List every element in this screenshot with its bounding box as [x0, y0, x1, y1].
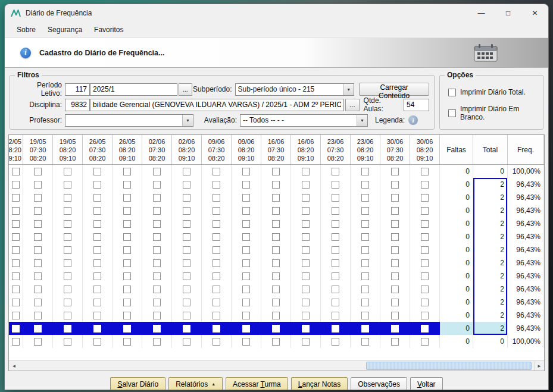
attendance-checkbox[interactable]	[213, 246, 220, 254]
attendance-checkbox[interactable]	[183, 286, 190, 293]
attendance-checkbox[interactable]	[213, 259, 220, 267]
scrollbar-thumb[interactable]	[366, 362, 532, 370]
table-row[interactable]: 00100,00%	[9, 165, 544, 178]
table-row[interactable]: 0296,43%	[9, 243, 544, 256]
attendance-checkbox[interactable]	[93, 272, 101, 280]
attendance-checkbox[interactable]	[332, 299, 339, 306]
table-row[interactable]: 0296,43%	[9, 178, 544, 191]
attendance-checkbox[interactable]	[421, 168, 429, 175]
attendance-checkbox[interactable]	[421, 325, 429, 333]
attendance-checkbox[interactable]	[391, 181, 399, 189]
attendance-checkbox[interactable]	[34, 272, 42, 280]
attendance-checkbox[interactable]	[361, 286, 369, 293]
legenda-info-icon[interactable]: i	[408, 115, 418, 125]
attendance-checkbox[interactable]	[123, 207, 131, 215]
attendance-checkbox[interactable]	[213, 233, 220, 241]
attendance-checkbox[interactable]	[93, 194, 101, 202]
date-column-header[interactable]: 09/0607:3008:20	[202, 135, 232, 164]
acessar-turma-button[interactable]: Acessar Turma	[226, 377, 288, 390]
attendance-checkbox[interactable]	[153, 194, 161, 202]
attendance-checkbox[interactable]	[34, 168, 42, 175]
horizontal-scrollbar[interactable]: ◄ ►	[9, 360, 544, 371]
attendance-checkbox[interactable]	[183, 233, 190, 241]
attendance-checkbox[interactable]	[12, 312, 20, 319]
attendance-checkbox[interactable]	[242, 338, 250, 346]
date-column-header[interactable]: 16/0608:2009:10	[291, 135, 321, 164]
attendance-checkbox[interactable]	[183, 207, 190, 215]
attendance-checkbox[interactable]	[332, 325, 339, 333]
attendance-checkbox[interactable]	[213, 168, 220, 175]
attendance-checkbox[interactable]	[153, 207, 161, 215]
imprimir-diario-em-branco-checkbox[interactable]	[448, 109, 456, 117]
attendance-checkbox[interactable]	[391, 233, 399, 241]
qtde-aulas-field[interactable]	[404, 99, 429, 111]
attendance-checkbox[interactable]	[93, 338, 101, 346]
attendance-checkbox[interactable]	[272, 299, 280, 306]
attendance-checkbox[interactable]	[213, 194, 220, 202]
table-row[interactable]: 00100,00%	[9, 335, 544, 348]
scroll-right-icon[interactable]: ►	[534, 361, 544, 371]
chevron-down-icon[interactable]: ▼	[343, 84, 354, 95]
attendance-checkbox[interactable]	[183, 246, 190, 254]
attendance-checkbox[interactable]	[12, 259, 20, 267]
attendance-checkbox[interactable]	[242, 233, 250, 241]
attendance-checkbox[interactable]	[302, 259, 310, 267]
attendance-checkbox[interactable]	[153, 168, 161, 175]
attendance-checkbox[interactable]	[153, 233, 161, 241]
attendance-checkbox[interactable]	[242, 272, 250, 280]
attendance-checkbox[interactable]	[183, 299, 190, 306]
attendance-checkbox[interactable]	[34, 194, 42, 202]
date-column-header[interactable]: 2/058:209:10	[9, 135, 23, 164]
attendance-checkbox[interactable]	[123, 246, 131, 254]
attendance-checkbox[interactable]	[183, 259, 190, 267]
attendance-checkbox[interactable]	[123, 168, 131, 175]
attendance-checkbox[interactable]	[242, 181, 250, 189]
attendance-checkbox[interactable]	[421, 194, 429, 202]
attendance-checkbox[interactable]	[123, 312, 131, 319]
attendance-checkbox[interactable]	[34, 286, 42, 293]
attendance-checkbox[interactable]	[391, 220, 399, 228]
attendance-checkbox[interactable]	[12, 299, 20, 306]
attendance-checkbox[interactable]	[64, 286, 71, 293]
attendance-checkbox[interactable]	[302, 220, 310, 228]
attendance-checkbox[interactable]	[34, 233, 42, 241]
attendance-checkbox[interactable]	[302, 207, 310, 215]
lancar-notas-button[interactable]: Lançar Notas	[291, 377, 348, 390]
attendance-checkbox[interactable]	[421, 338, 429, 346]
table-row[interactable]: 0296,43%	[9, 296, 544, 309]
attendance-checkbox[interactable]	[12, 233, 20, 241]
attendance-checkbox[interactable]	[242, 259, 250, 267]
attendance-checkbox[interactable]	[12, 194, 20, 202]
attendance-checkbox[interactable]	[93, 259, 101, 267]
periodo-letivo-browse-button[interactable]: ...	[179, 83, 192, 96]
attendance-checkbox[interactable]	[183, 325, 190, 333]
periodo-letivo-code-field[interactable]	[65, 83, 90, 96]
attendance-checkbox[interactable]	[12, 338, 20, 346]
attendance-checkbox[interactable]	[272, 181, 280, 189]
attendance-checkbox[interactable]	[12, 181, 20, 189]
attendance-checkbox[interactable]	[34, 259, 42, 267]
maximize-icon[interactable]: □	[495, 4, 521, 22]
table-row[interactable]: 0296,43%	[9, 269, 544, 283]
attendance-checkbox[interactable]	[93, 168, 101, 175]
attendance-checkbox[interactable]	[183, 194, 190, 202]
attendance-checkbox[interactable]	[183, 338, 190, 346]
attendance-checkbox[interactable]	[332, 220, 339, 228]
attendance-checkbox[interactable]	[272, 194, 280, 202]
attendance-checkbox[interactable]	[332, 168, 339, 175]
attendance-checkbox[interactable]	[242, 312, 250, 319]
attendance-checkbox[interactable]	[12, 246, 20, 254]
attendance-checkbox[interactable]	[153, 181, 161, 189]
attendance-checkbox[interactable]	[302, 338, 310, 346]
chevron-down-icon[interactable]: ▼	[357, 115, 367, 126]
table-row[interactable]: 0296,43%	[9, 230, 544, 243]
attendance-checkbox[interactable]	[421, 207, 429, 215]
table-row[interactable]: 0296,43%	[9, 204, 544, 217]
attendance-checkbox[interactable]	[421, 220, 429, 228]
date-column-header[interactable]: 16/0607:3008:20	[261, 135, 291, 164]
attendance-checkbox[interactable]	[242, 194, 250, 202]
attendance-checkbox[interactable]	[123, 220, 131, 228]
attendance-checkbox[interactable]	[242, 325, 250, 333]
menu-item-seguranca[interactable]: Segurança	[42, 23, 88, 36]
attendance-checkbox[interactable]	[332, 259, 339, 267]
